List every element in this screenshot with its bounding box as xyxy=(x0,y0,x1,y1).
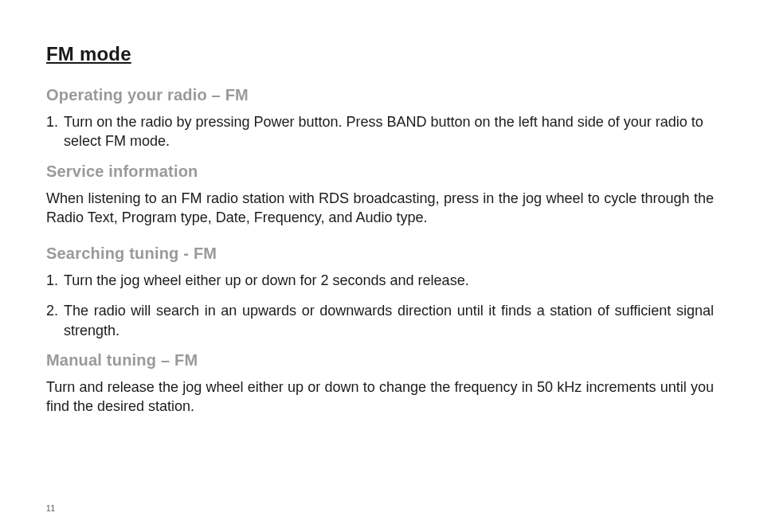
list-item: 1. Turn on the radio by pressing Power b… xyxy=(46,112,714,151)
list-text: Turn on the radio by pressing Power butt… xyxy=(64,112,714,151)
list-item: 1. Turn the jog wheel either up or down … xyxy=(46,271,714,290)
section-operating: Operating your radio – FM 1. Turn on the… xyxy=(46,86,714,151)
list-number: 1. xyxy=(46,271,64,290)
paragraph: When listening to an FM radio station wi… xyxy=(46,189,714,228)
section-heading-operating: Operating your radio – FM xyxy=(46,86,714,104)
list-text: Turn the jog wheel either up or down for… xyxy=(64,271,714,290)
section-manual: Manual tuning – FM Turn and release the … xyxy=(46,351,714,417)
list-number: 1. xyxy=(46,112,64,151)
list-number: 2. xyxy=(46,301,64,340)
page-number: 11 xyxy=(46,504,55,513)
list-text: The radio will search in an upwards or d… xyxy=(64,301,714,340)
section-heading-manual: Manual tuning – FM xyxy=(46,351,714,370)
section-heading-service: Service information xyxy=(46,162,714,181)
section-searching: Searching tuning - FM 1. Turn the jog wh… xyxy=(46,244,714,340)
section-service: Service information When listening to an… xyxy=(46,162,714,228)
section-heading-searching: Searching tuning - FM xyxy=(46,244,714,263)
page-title: FM mode xyxy=(46,43,714,65)
manual-page: FM mode Operating your radio – FM 1. Tur… xyxy=(0,0,760,532)
paragraph: Turn and release the jog wheel either up… xyxy=(46,377,714,417)
list-item: 2. The radio will search in an upwards o… xyxy=(46,301,714,340)
